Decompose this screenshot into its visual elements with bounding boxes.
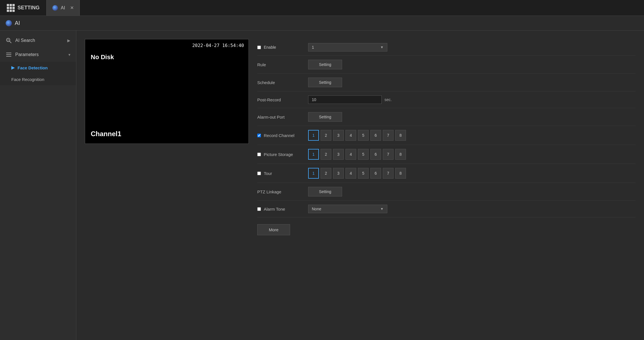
tour-checkbox[interactable] (257, 172, 261, 175)
record-channel-label: Record Channel (264, 133, 294, 138)
post-record-control: 10 sec. (308, 95, 392, 104)
tour-left: Tour (257, 171, 302, 176)
schedule-label: Schedule (257, 80, 302, 85)
parameters-label: Parameters (15, 52, 39, 57)
ptz-linkage-row: PTZ Linkage Setting (257, 183, 636, 201)
record-ch-btn-6[interactable]: 6 (370, 130, 381, 141)
face-recognition-label: Face Recognition (11, 77, 44, 82)
channel-dropdown[interactable]: 1 ▼ (308, 43, 387, 52)
sidebar-item-face-detection[interactable]: ▶ Face Detection (0, 62, 76, 74)
chevron-down-icon: ▼ (380, 45, 384, 49)
alarm-tone-chevron-icon: ▼ (380, 207, 384, 211)
alarm-tone-dropdown[interactable]: None ▼ (308, 205, 387, 213)
post-record-unit: sec. (384, 97, 392, 102)
record-ch-btn-3[interactable]: 3 (333, 130, 344, 141)
picture-ch-btn-7[interactable]: 7 (383, 149, 394, 160)
picture-storage-label: Picture Storage (264, 152, 293, 157)
rule-label: Rule (257, 62, 302, 67)
tour-ch-btn-3[interactable]: 3 (333, 168, 344, 179)
parameters-arrow: ▾ (68, 52, 70, 57)
alarm-out-setting-button[interactable]: Setting (308, 112, 342, 122)
record-ch-btn-1[interactable]: 1 (308, 130, 319, 141)
record-channel-left: Record Channel (257, 133, 302, 138)
sidebar-item-parameters[interactable]: Parameters ▾ (0, 48, 76, 62)
enable-label: Enable (264, 45, 276, 50)
tour-row: Tour 1 2 3 4 5 6 7 8 (257, 164, 636, 183)
close-tab-button[interactable]: ✕ (70, 5, 74, 10)
tour-ch-btn-4[interactable]: 4 (345, 168, 356, 179)
tour-ch-btn-8[interactable]: 8 (395, 168, 406, 179)
setting-label: SETTING (18, 5, 40, 11)
record-ch-btn-4[interactable]: 4 (345, 130, 356, 141)
video-frame: 2022-04-27 16:54:40 No Disk Channel1 (85, 39, 249, 144)
ptz-linkage-label: PTZ Linkage (257, 189, 302, 194)
ai-tab-icon (52, 5, 58, 11)
ai-search-arrow: ▶ (67, 38, 70, 43)
alarm-out-control: Setting (308, 112, 342, 122)
enable-left: Enable (257, 45, 302, 50)
video-panel: 2022-04-27 16:54:40 No Disk Channel1 (85, 39, 249, 332)
record-channel-buttons: 1 2 3 4 5 6 7 8 (308, 130, 406, 141)
sidebar-item-ai-search[interactable]: AI Search ▶ (0, 33, 76, 48)
ai-tab-label: AI (61, 5, 65, 10)
picture-ch-btn-6[interactable]: 6 (370, 149, 381, 160)
picture-storage-checkbox[interactable] (257, 153, 261, 156)
record-channel-checkbox[interactable] (257, 134, 261, 137)
picture-storage-row: Picture Storage 1 2 3 4 5 6 7 8 (257, 145, 636, 164)
page-title-bar: AI (0, 16, 644, 31)
video-channel: Channel1 (91, 130, 121, 138)
picture-ch-btn-2[interactable]: 2 (321, 149, 331, 160)
picture-storage-buttons: 1 2 3 4 5 6 7 8 (308, 149, 406, 160)
topbar: SETTING AI ✕ (0, 0, 644, 16)
record-ch-btn-7[interactable]: 7 (383, 130, 394, 141)
post-record-label: Post-Record (257, 97, 302, 102)
record-ch-btn-5[interactable]: 5 (358, 130, 369, 141)
video-nodisk: No Disk (91, 54, 114, 61)
tour-ch-btn-1[interactable]: 1 (308, 168, 319, 179)
alarm-out-row: Alarm-out Port Setting (257, 108, 636, 126)
post-record-input[interactable]: 10 (308, 95, 382, 104)
more-button[interactable]: More (257, 224, 290, 235)
tour-ch-btn-7[interactable]: 7 (383, 168, 394, 179)
setting-tab[interactable]: SETTING (0, 0, 46, 16)
picture-ch-btn-8[interactable]: 8 (395, 149, 406, 160)
page-title: AI (15, 20, 20, 26)
schedule-control: Setting (308, 78, 342, 87)
ai-tab[interactable]: AI ✕ (46, 0, 80, 16)
picture-ch-btn-4[interactable]: 4 (345, 149, 356, 160)
sidebar-item-face-recognition[interactable]: Face Recognition (0, 74, 76, 85)
sidebar: AI Search ▶ Parameters ▾ ▶ Face Detectio… (0, 31, 76, 340)
enable-checkbox[interactable] (257, 46, 261, 49)
post-record-row: Post-Record 10 sec. (257, 91, 636, 108)
content-area: 2022-04-27 16:54:40 No Disk Channel1 Ena… (76, 31, 644, 340)
more-row: More (257, 217, 636, 239)
tour-ch-btn-5[interactable]: 5 (358, 168, 369, 179)
record-ch-btn-2[interactable]: 2 (321, 130, 331, 141)
record-ch-btn-8[interactable]: 8 (395, 130, 406, 141)
parameters-icon (6, 52, 12, 58)
enable-row: Enable 1 ▼ (257, 39, 636, 56)
ai-page-icon (6, 20, 12, 26)
rule-control: Setting (308, 60, 342, 69)
main-layout: AI Search ▶ Parameters ▾ ▶ Face Detectio… (0, 31, 644, 340)
schedule-setting-button[interactable]: Setting (308, 78, 342, 87)
picture-ch-btn-1[interactable]: 1 (308, 149, 319, 160)
alarm-tone-row: Alarm Tone None ▼ (257, 201, 636, 217)
face-detection-label: Face Detection (18, 65, 48, 70)
grid-icon (7, 4, 15, 12)
tour-ch-btn-6[interactable]: 6 (370, 168, 381, 179)
alarm-tone-left: Alarm Tone (257, 207, 302, 211)
face-detection-arrow: ▶ (11, 65, 15, 70)
alarm-tone-checkbox[interactable] (257, 207, 261, 211)
rule-setting-button[interactable]: Setting (308, 60, 342, 69)
ptz-linkage-setting-button[interactable]: Setting (308, 187, 342, 196)
picture-ch-btn-5[interactable]: 5 (358, 149, 369, 160)
picture-storage-left: Picture Storage (257, 152, 302, 157)
ptz-linkage-control: Setting (308, 187, 342, 196)
picture-ch-btn-3[interactable]: 3 (333, 149, 344, 160)
alarm-tone-label: Alarm Tone (264, 207, 285, 211)
schedule-row: Schedule Setting (257, 74, 636, 91)
record-channel-row: Record Channel 1 2 3 4 5 6 7 8 (257, 126, 636, 145)
settings-panel: Enable 1 ▼ Rule Setting Schedule Setting (257, 39, 636, 332)
tour-ch-btn-2[interactable]: 2 (321, 168, 331, 179)
